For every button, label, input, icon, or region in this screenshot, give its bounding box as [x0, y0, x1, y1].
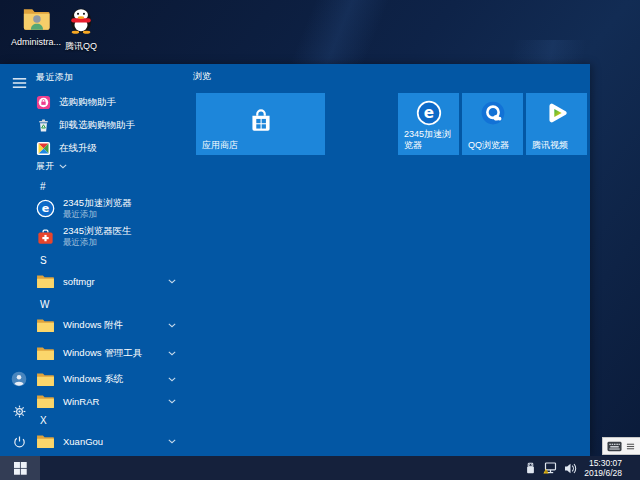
- ime-toolbar[interactable]: [602, 437, 640, 455]
- app-item-subtitle: 最近添加: [63, 209, 132, 219]
- desktop-icon-administrator[interactable]: Administra...: [8, 6, 64, 47]
- folder-icon: [36, 394, 55, 409]
- tile-label: 2345加速浏览器: [404, 129, 455, 151]
- app-item-label: 选购购物助手: [59, 96, 116, 109]
- app-item-shopping-assistant[interactable]: 选购购物助手: [36, 91, 186, 113]
- hamburger-icon: [12, 77, 27, 89]
- network-tray-icon[interactable]: [543, 462, 557, 474]
- desktop-wallpaper: Administra... 腾讯QQ: [0, 0, 640, 480]
- taskbar-clock[interactable]: 15:30:07 2019/6/28: [584, 458, 622, 478]
- folder-icon: [36, 372, 55, 387]
- start-button[interactable]: [0, 456, 40, 480]
- chevron-down-icon[interactable]: [168, 377, 176, 382]
- chevron-down-icon[interactable]: [168, 399, 176, 404]
- folder-icon: [36, 434, 55, 449]
- folder-item-winrar[interactable]: WinRAR: [36, 388, 186, 414]
- admin-folder-icon: [22, 6, 50, 35]
- app-item-browser-doctor[interactable]: 2345浏览器医生 最近添加: [36, 223, 186, 249]
- folder-item-windows-admin-tools[interactable]: Windows 管理工具: [36, 340, 186, 366]
- folder-item-label: XuanGou: [63, 436, 103, 447]
- section-letter-w[interactable]: W: [40, 299, 64, 313]
- chevron-down-icon[interactable]: [168, 323, 176, 328]
- power-icon: [12, 434, 27, 449]
- tile-label: 应用商店: [202, 140, 321, 151]
- store-bag-icon: [246, 105, 276, 135]
- shopping-assistant-icon: [36, 95, 51, 110]
- ime-keyboard-icon: [607, 441, 622, 452]
- app-item-label: 在线升级: [59, 142, 97, 155]
- app-item-subtitle: 最近添加: [63, 237, 132, 247]
- folder-item-xuangou[interactable]: XuanGou: [36, 428, 186, 454]
- tile-group-header: 浏览: [193, 70, 211, 83]
- expand-button[interactable]: 展开: [36, 160, 67, 173]
- tile-2345-browser[interactable]: e 2345加速浏览器: [398, 93, 459, 155]
- folder-item-softmgr[interactable]: softmgr: [36, 268, 186, 294]
- online-upgrade-icon: [36, 141, 51, 156]
- ime-menu-icon[interactable]: [626, 442, 635, 451]
- power-button[interactable]: [8, 430, 30, 452]
- folder-item-label: Windows 管理工具: [63, 347, 142, 360]
- chevron-down-icon[interactable]: [168, 351, 176, 356]
- app-item-online-upgrade[interactable]: 在线升级: [36, 137, 186, 159]
- start-menu: 最近添加 选购购物助手 卸载选购购物助: [0, 64, 590, 456]
- recent-added-header: 最近添加: [36, 71, 73, 84]
- user-account-button[interactable]: [8, 368, 30, 390]
- app-item-label: 2345浏览器医生: [63, 225, 132, 236]
- tile-label: QQ浏览器: [468, 140, 519, 151]
- windows-logo-icon: [14, 462, 27, 475]
- qq-penguin-icon: [68, 6, 94, 38]
- folder-item-label: Windows 系统: [63, 373, 123, 386]
- desktop-icon-tencent-qq[interactable]: 腾讯QQ: [58, 6, 104, 53]
- browser-doctor-icon: [36, 227, 55, 246]
- section-letter-hash[interactable]: #: [40, 181, 64, 195]
- app-item-label: 卸载选购购物助手: [59, 119, 135, 132]
- app-item-2345-browser[interactable]: e 2345加速浏览器 最近添加: [36, 195, 186, 221]
- tile-app-store[interactable]: 应用商店: [196, 93, 325, 155]
- settings-gear-icon: [12, 404, 27, 419]
- folder-item-label: softmgr: [63, 276, 95, 287]
- 2345-browser-icon: e: [416, 100, 442, 126]
- svg-text:e: e: [423, 104, 433, 122]
- chevron-down-icon: [59, 164, 67, 169]
- user-avatar-icon: [11, 371, 27, 387]
- folder-item-windows-accessories[interactable]: Windows 附件: [36, 312, 186, 338]
- clock-time: 15:30:07: [584, 458, 622, 468]
- section-letter-x[interactable]: X: [40, 415, 64, 429]
- uninstall-trash-icon: [36, 118, 51, 133]
- 2345-browser-icon: e: [36, 199, 55, 218]
- desktop-icon-label: 腾讯QQ: [65, 40, 97, 53]
- svg-text:e: e: [42, 202, 50, 215]
- tile-qq-browser[interactable]: QQ浏览器: [462, 93, 523, 155]
- folder-item-label: Windows 附件: [63, 319, 123, 332]
- folder-icon: [36, 318, 55, 333]
- tencent-video-icon: [544, 100, 570, 126]
- taskbar: 15:30:07 2019/6/28: [0, 456, 640, 480]
- qq-browser-icon: [480, 100, 506, 126]
- section-letter-s[interactable]: S: [40, 255, 64, 269]
- chevron-down-icon[interactable]: [168, 279, 176, 284]
- menu-hamburger-button[interactable]: [8, 72, 30, 94]
- usb-tray-icon[interactable]: [525, 462, 536, 475]
- expand-label: 展开: [36, 160, 54, 173]
- clock-date: 2019/6/28: [584, 468, 622, 478]
- tile-label: 腾讯视频: [532, 140, 583, 151]
- folder-icon: [36, 346, 55, 361]
- volume-tray-icon[interactable]: [564, 463, 577, 474]
- chevron-down-icon[interactable]: [168, 439, 176, 444]
- app-item-uninstall-assistant[interactable]: 卸载选购购物助手: [36, 114, 186, 136]
- settings-button[interactable]: [8, 400, 30, 422]
- folder-item-label: WinRAR: [63, 396, 99, 407]
- app-item-label: 2345加速浏览器: [63, 197, 132, 208]
- tile-tencent-video[interactable]: 腾讯视频: [526, 93, 587, 155]
- desktop-icon-label: Administra...: [11, 37, 61, 47]
- folder-icon: [36, 274, 55, 289]
